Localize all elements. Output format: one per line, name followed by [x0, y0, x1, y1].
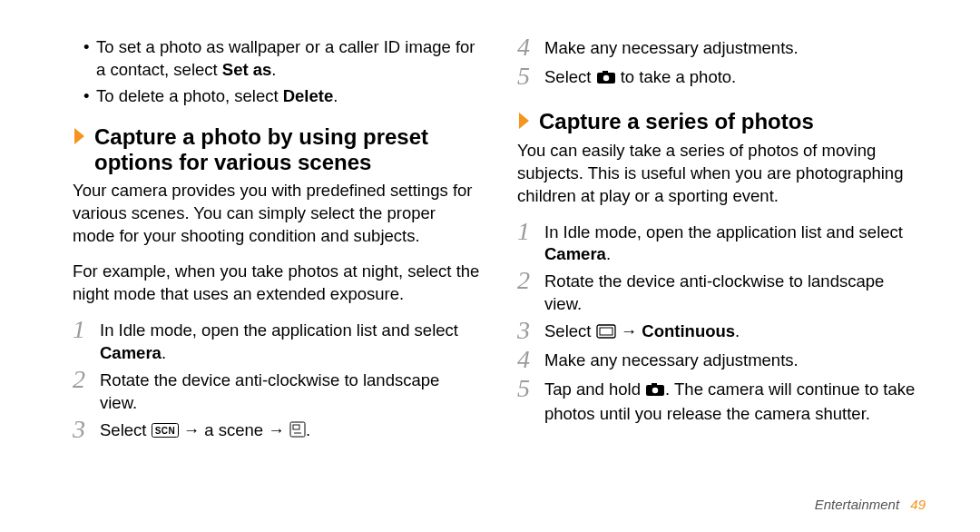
manual-page: To set a photo as wallpaper or a caller …	[0, 0, 980, 532]
step-number: 2	[517, 268, 541, 293]
chevron-icon	[73, 126, 87, 146]
chevron-icon	[517, 111, 532, 131]
svg-rect-10	[652, 383, 657, 386]
svg-rect-5	[603, 71, 608, 74]
step-text: Make any necessary adjustments.	[544, 36, 926, 60]
paragraph: Your camera provides you with predefined…	[73, 180, 481, 248]
step-text: Select → Continuous.	[544, 320, 926, 345]
step-number: 1	[73, 317, 96, 342]
step-item: 5 Tap and hold . The camera will continu…	[517, 378, 926, 426]
svg-point-6	[603, 75, 608, 81]
bullet-bold: Set as	[222, 60, 272, 79]
step-text: Make any necessary adjustments.	[544, 349, 926, 372]
bullet-text-end: .	[271, 60, 276, 79]
step-item: 3 Select → Continuous.	[517, 320, 926, 345]
svg-rect-3	[293, 425, 299, 429]
footer-page-number: 49	[910, 497, 926, 512]
mode-icon	[596, 322, 616, 345]
svg-point-11	[652, 388, 658, 393]
step-text: Rotate the device anti-clockwise to land…	[544, 270, 926, 316]
page-footer: Entertainment 49	[815, 497, 926, 512]
step-number: 1	[517, 219, 541, 244]
bullet-bold: Delete	[283, 86, 334, 105]
bullet-text: To delete a photo, select	[96, 86, 283, 105]
step-text: In Idle mode, open the application list …	[100, 319, 481, 365]
step-number: 5	[517, 376, 541, 401]
step-item: 4 Make any necessary adjustments.	[517, 349, 926, 374]
step-item: 2 Rotate the device anti-clockwise to la…	[517, 270, 926, 316]
step-item: 5 Select to take a photo.	[517, 65, 926, 91]
heading-text: Capture a series of photos	[539, 109, 814, 134]
step-text: Select to take a photo.	[544, 65, 926, 91]
step-number: 2	[73, 367, 96, 392]
left-column: To set a photo as wallpaper or a caller …	[73, 36, 481, 448]
steps-list: 1 In Idle mode, open the application lis…	[73, 319, 481, 444]
heading-text: Capture a photo by using preset options …	[94, 124, 481, 174]
step-text: Rotate the device anti-clockwise to land…	[100, 369, 481, 415]
step-item: 2 Rotate the device anti-clockwise to la…	[73, 369, 481, 415]
columns: To set a photo as wallpaper or a caller …	[73, 36, 926, 448]
step-text: Tap and hold . The camera will continue …	[544, 378, 926, 426]
step-number: 3	[517, 318, 541, 343]
bullet-item: To delete a photo, select Delete.	[83, 85, 481, 108]
section-heading-series: Capture a series of photos	[517, 109, 926, 134]
svg-text:SCN: SCN	[154, 426, 175, 436]
step-number: 3	[73, 417, 96, 442]
step-number: 4	[517, 347, 541, 372]
bullet-item: To set a photo as wallpaper or a caller …	[83, 36, 481, 82]
footer-section: Entertainment	[815, 497, 899, 512]
steps-list: 1 In Idle mode, open the application lis…	[517, 221, 926, 427]
step-item: 3 Select SCN → a scene → .	[73, 419, 481, 444]
step-item: 1 In Idle mode, open the application lis…	[73, 319, 481, 365]
step-item: 1 In Idle mode, open the application lis…	[517, 221, 926, 267]
paragraph: For example, when you take photos at nig…	[73, 261, 481, 306]
step-number: 5	[517, 64, 541, 89]
camera-icon	[596, 68, 616, 91]
back-save-icon	[289, 421, 306, 444]
step-number: 4	[517, 34, 541, 60]
right-column: 4 Make any necessary adjustments. 5 Sele…	[517, 36, 926, 448]
step-text: In Idle mode, open the application list …	[544, 221, 926, 267]
bullet-text: To set a photo as wallpaper or a caller …	[96, 37, 475, 79]
svg-rect-8	[600, 328, 612, 335]
steps-list-continued: 4 Make any necessary adjustments. 5 Sele…	[517, 36, 926, 91]
scn-icon: SCN	[152, 421, 179, 444]
paragraph: You can easily take a series of photos o…	[517, 140, 926, 208]
bullet-text-end: .	[333, 86, 338, 105]
section-heading-preset: Capture a photo by using preset options …	[73, 124, 481, 174]
step-item: 4 Make any necessary adjustments.	[517, 36, 926, 62]
intro-bullets: To set a photo as wallpaper or a caller …	[73, 36, 481, 108]
camera-icon	[645, 380, 665, 403]
step-text: Select SCN → a scene → .	[100, 419, 481, 444]
